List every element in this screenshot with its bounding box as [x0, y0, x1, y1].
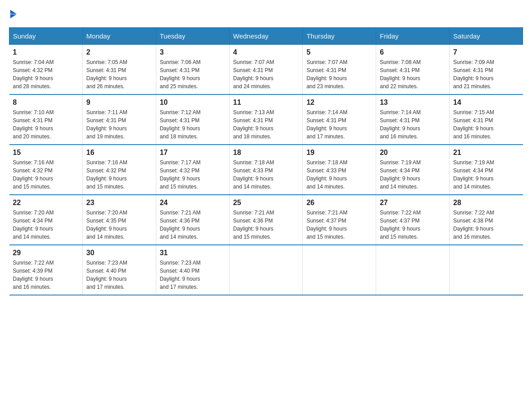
day-header-monday: Monday — [82, 28, 156, 45]
day-number: 11 — [233, 98, 299, 107]
day-number: 18 — [233, 149, 299, 157]
day-number: 26 — [306, 199, 372, 207]
calendar-cell: 5 Sunrise: 7:07 AM Sunset: 4:31 PM Dayli… — [303, 45, 376, 95]
day-info: Sunrise: 7:22 AM Sunset: 4:37 PM Dayligh… — [380, 209, 446, 241]
day-number: 6 — [380, 48, 446, 56]
day-header-thursday: Thursday — [303, 28, 376, 45]
day-info: Sunrise: 7:17 AM Sunset: 4:32 PM Dayligh… — [160, 158, 226, 191]
day-number: 2 — [86, 48, 152, 56]
calendar-cell: 31 Sunrise: 7:23 AM Sunset: 4:40 PM Dayl… — [156, 245, 229, 295]
calendar-cell: 1 Sunrise: 7:04 AM Sunset: 4:32 PM Dayli… — [9, 45, 83, 95]
day-number: 8 — [13, 98, 79, 107]
day-info: Sunrise: 7:13 AM Sunset: 4:31 PM Dayligh… — [233, 108, 299, 141]
logo — [9, 9, 17, 18]
day-info: Sunrise: 7:15 AM Sunset: 4:31 PM Dayligh… — [453, 108, 519, 141]
day-number: 16 — [86, 149, 152, 157]
calendar-cell: 14 Sunrise: 7:15 AM Sunset: 4:31 PM Dayl… — [450, 94, 523, 145]
calendar-cell: 28 Sunrise: 7:22 AM Sunset: 4:38 PM Dayl… — [450, 195, 523, 245]
calendar-header-row: SundayMondayTuesdayWednesdayThursdayFrid… — [9, 28, 523, 45]
day-number: 29 — [13, 249, 79, 257]
day-info: Sunrise: 7:07 AM Sunset: 4:31 PM Dayligh… — [233, 58, 299, 90]
calendar-cell: 3 Sunrise: 7:06 AM Sunset: 4:31 PM Dayli… — [156, 45, 229, 95]
calendar-cell — [450, 245, 523, 295]
calendar-cell: 4 Sunrise: 7:07 AM Sunset: 4:31 PM Dayli… — [229, 45, 303, 95]
day-info: Sunrise: 7:14 AM Sunset: 4:31 PM Dayligh… — [380, 108, 446, 141]
calendar-cell: 18 Sunrise: 7:18 AM Sunset: 4:33 PM Dayl… — [229, 145, 303, 195]
day-info: Sunrise: 7:23 AM Sunset: 4:40 PM Dayligh… — [160, 259, 226, 291]
day-info: Sunrise: 7:21 AM Sunset: 4:36 PM Dayligh… — [233, 209, 299, 241]
calendar-cell: 2 Sunrise: 7:05 AM Sunset: 4:31 PM Dayli… — [82, 45, 156, 95]
day-info: Sunrise: 7:11 AM Sunset: 4:31 PM Dayligh… — [86, 108, 152, 141]
calendar-cell: 20 Sunrise: 7:19 AM Sunset: 4:34 PM Dayl… — [376, 145, 450, 195]
calendar-cell: 17 Sunrise: 7:17 AM Sunset: 4:32 PM Dayl… — [156, 145, 229, 195]
day-header-sunday: Sunday — [9, 28, 83, 45]
day-header-tuesday: Tuesday — [156, 28, 229, 45]
day-number: 19 — [306, 149, 372, 157]
day-info: Sunrise: 7:05 AM Sunset: 4:31 PM Dayligh… — [86, 58, 152, 90]
day-number: 14 — [453, 98, 519, 107]
calendar-cell: 19 Sunrise: 7:18 AM Sunset: 4:33 PM Dayl… — [303, 145, 376, 195]
calendar-cell: 26 Sunrise: 7:21 AM Sunset: 4:37 PM Dayl… — [303, 195, 376, 245]
calendar-cell: 25 Sunrise: 7:21 AM Sunset: 4:36 PM Dayl… — [229, 195, 303, 245]
day-number: 13 — [380, 98, 446, 107]
calendar-cell: 11 Sunrise: 7:13 AM Sunset: 4:31 PM Dayl… — [229, 94, 303, 145]
day-number: 9 — [86, 98, 152, 107]
day-number: 21 — [453, 149, 519, 157]
day-info: Sunrise: 7:19 AM Sunset: 4:34 PM Dayligh… — [380, 158, 446, 191]
day-info: Sunrise: 7:04 AM Sunset: 4:32 PM Dayligh… — [13, 58, 79, 90]
day-info: Sunrise: 7:19 AM Sunset: 4:34 PM Dayligh… — [453, 158, 519, 191]
day-number: 17 — [160, 149, 226, 157]
calendar-cell: 16 Sunrise: 7:16 AM Sunset: 4:32 PM Dayl… — [82, 145, 156, 195]
day-info: Sunrise: 7:14 AM Sunset: 4:31 PM Dayligh… — [306, 108, 372, 141]
day-info: Sunrise: 7:20 AM Sunset: 4:34 PM Dayligh… — [13, 209, 79, 241]
day-info: Sunrise: 7:16 AM Sunset: 4:32 PM Dayligh… — [13, 158, 79, 191]
calendar-cell: 10 Sunrise: 7:12 AM Sunset: 4:31 PM Dayl… — [156, 94, 229, 145]
day-header-wednesday: Wednesday — [229, 28, 303, 45]
day-number: 25 — [233, 199, 299, 207]
day-info: Sunrise: 7:20 AM Sunset: 4:35 PM Dayligh… — [86, 209, 152, 241]
day-number: 15 — [13, 149, 79, 157]
day-number: 5 — [306, 48, 372, 56]
day-info: Sunrise: 7:06 AM Sunset: 4:31 PM Dayligh… — [160, 58, 226, 90]
day-info: Sunrise: 7:21 AM Sunset: 4:37 PM Dayligh… — [306, 209, 372, 241]
day-info: Sunrise: 7:10 AM Sunset: 4:31 PM Dayligh… — [13, 108, 79, 141]
day-number: 27 — [380, 199, 446, 207]
calendar-cell: 6 Sunrise: 7:08 AM Sunset: 4:31 PM Dayli… — [376, 45, 450, 95]
calendar-cell — [229, 245, 303, 295]
calendar-cell: 13 Sunrise: 7:14 AM Sunset: 4:31 PM Dayl… — [376, 94, 450, 145]
day-info: Sunrise: 7:08 AM Sunset: 4:31 PM Dayligh… — [380, 58, 446, 90]
calendar-cell: 12 Sunrise: 7:14 AM Sunset: 4:31 PM Dayl… — [303, 94, 376, 145]
day-number: 20 — [380, 149, 446, 157]
calendar-week-1: 1 Sunrise: 7:04 AM Sunset: 4:32 PM Dayli… — [9, 45, 523, 95]
day-info: Sunrise: 7:21 AM Sunset: 4:36 PM Dayligh… — [160, 209, 226, 241]
day-number: 30 — [86, 249, 152, 257]
calendar-cell: 15 Sunrise: 7:16 AM Sunset: 4:32 PM Dayl… — [9, 145, 83, 195]
calendar-cell — [376, 245, 450, 295]
day-number: 24 — [160, 199, 226, 207]
calendar-cell: 9 Sunrise: 7:11 AM Sunset: 4:31 PM Dayli… — [82, 94, 156, 145]
day-number: 23 — [86, 199, 152, 207]
day-info: Sunrise: 7:18 AM Sunset: 4:33 PM Dayligh… — [306, 158, 372, 191]
calendar-week-2: 8 Sunrise: 7:10 AM Sunset: 4:31 PM Dayli… — [9, 94, 523, 145]
calendar-cell: 24 Sunrise: 7:21 AM Sunset: 4:36 PM Dayl… — [156, 195, 229, 245]
day-number: 31 — [160, 249, 226, 257]
calendar-cell: 29 Sunrise: 7:22 AM Sunset: 4:39 PM Dayl… — [9, 245, 83, 295]
calendar-cell — [303, 245, 376, 295]
calendar-cell: 23 Sunrise: 7:20 AM Sunset: 4:35 PM Dayl… — [82, 195, 156, 245]
calendar-cell: 7 Sunrise: 7:09 AM Sunset: 4:31 PM Dayli… — [450, 45, 523, 95]
day-number: 1 — [13, 48, 79, 56]
day-number: 3 — [160, 48, 226, 56]
day-info: Sunrise: 7:09 AM Sunset: 4:31 PM Dayligh… — [453, 58, 519, 90]
day-number: 10 — [160, 98, 226, 107]
day-number: 28 — [453, 199, 519, 207]
day-info: Sunrise: 7:18 AM Sunset: 4:33 PM Dayligh… — [233, 158, 299, 191]
page-header — [9, 9, 523, 18]
day-header-saturday: Saturday — [450, 28, 523, 45]
calendar-cell: 21 Sunrise: 7:19 AM Sunset: 4:34 PM Dayl… — [450, 145, 523, 195]
day-info: Sunrise: 7:22 AM Sunset: 4:38 PM Dayligh… — [453, 209, 519, 241]
day-number: 4 — [233, 48, 299, 56]
day-number: 7 — [453, 48, 519, 56]
day-number: 22 — [13, 199, 79, 207]
calendar-table: SundayMondayTuesdayWednesdayThursdayFrid… — [9, 27, 523, 295]
day-info: Sunrise: 7:23 AM Sunset: 4:40 PM Dayligh… — [86, 259, 152, 291]
